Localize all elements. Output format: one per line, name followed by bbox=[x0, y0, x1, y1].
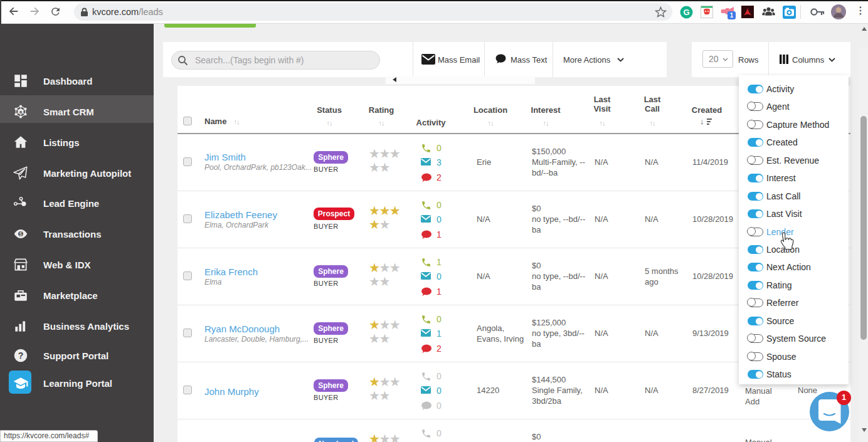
svg-text:G: G bbox=[683, 8, 689, 17]
svg-text:$: $ bbox=[19, 231, 23, 237]
svg-text:?: ? bbox=[18, 350, 24, 360]
svg-text:1: 1 bbox=[730, 12, 734, 19]
